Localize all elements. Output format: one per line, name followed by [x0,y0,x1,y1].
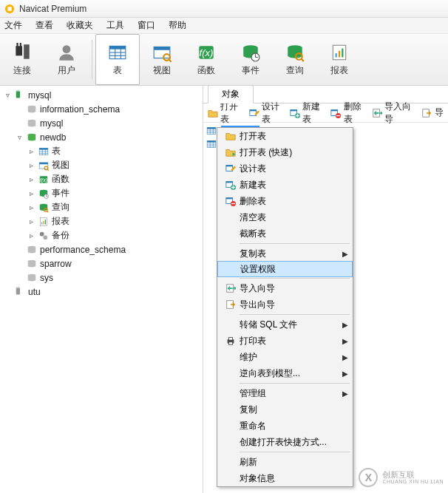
svg-line-16 [169,59,172,61]
ctx-item-25[interactable]: 对象信息 [217,470,353,486]
ctx-item-1[interactable]: 打开表 (快速) [217,144,353,160]
tree-node-1[interactable]: information_schema [0,102,203,116]
tree-node-9[interactable]: ▹ 报表 [0,214,203,228]
ctx-label: 截断表 [240,228,266,240]
menu-4[interactable]: 窗口 [138,19,155,32]
svg-rect-95 [226,182,233,183]
tree-node-2[interactable]: mysql [0,116,203,130]
ctx-separator [240,314,350,315]
ctx-item-14[interactable]: 转储 SQL 文件 ▶ [217,316,353,333]
ctx-item-21[interactable]: 重命名 [217,418,353,434]
tree-node-6[interactable]: ▹ f(x) 函数 [0,172,203,186]
ctx-label: 转储 SQL 文件 [240,319,297,331]
tree-node-7[interactable]: ▹ 事件 [0,186,203,200]
svg-rect-32 [18,90,19,92]
menu-5[interactable]: 帮助 [169,19,186,32]
ab-delete-table[interactable]: 删除表 [330,101,367,126]
ctx-item-17[interactable]: 逆向表到模型... ▶ [217,365,353,381]
ctx-item-19[interactable]: 管理组 ▶ [217,385,353,401]
tree-node-3[interactable]: ▿ newdb [0,130,203,144]
event-icon [38,188,50,199]
twisty-icon[interactable]: ▹ [27,161,35,170]
ctx-item-0[interactable]: 打开表 [217,128,353,144]
ab-design-table[interactable]: 设计表 [248,101,285,126]
twisty-icon[interactable]: ▿ [15,133,24,142]
ab-open-table[interactable]: 打开表 [208,101,244,126]
ctx-item-4[interactable]: 删除表 [217,193,353,209]
ctx-item-24[interactable]: 刷新 [217,454,353,470]
menu-3[interactable]: 工具 [106,19,124,32]
ctx-item-16[interactable]: 维护 ▶ [217,349,353,365]
ctx-item-12[interactable]: 导出向导 [217,296,353,313]
ctx-item-20[interactable]: 复制 [217,401,353,418]
tree-node-5[interactable]: ▹ 视图 [0,158,203,172]
ctx-label: 新建表 [240,179,266,191]
toolbar-table[interactable]: 表 [95,34,140,85]
twisty-icon[interactable]: ▹ [27,231,35,240]
ab-label: 新建表 [302,101,326,126]
tree-node-14[interactable]: utu [0,285,203,299]
tree-node-4[interactable]: ▹ 表 [0,144,203,158]
ctx-item-8[interactable]: 复制表 ▶ [217,245,353,262]
ctx-item-9[interactable]: 设置权限 [217,261,353,277]
ctx-item-3[interactable]: 新建表 [217,177,353,193]
ctx-label: 刷新 [240,456,257,469]
toolbar-view[interactable]: 视图 [140,34,184,85]
twisty-icon[interactable] [15,105,24,114]
twisty-icon[interactable] [15,119,24,128]
toolbar-query[interactable]: 查询 [273,34,317,85]
tree-label: sparrow [40,259,72,269]
ctx-item-11[interactable]: 导入向导 [217,280,353,296]
blank-icon [222,211,240,223]
ab-import[interactable]: 导入向导 [372,101,416,126]
twisty-icon[interactable]: ▿ [3,91,12,100]
toolbar-event[interactable]: 事件 [228,34,273,85]
toolbar-user[interactable]: 用户 [44,34,89,85]
tree-node-12[interactable]: sparrow [0,256,203,271]
ctx-item-5[interactable]: 清空表 [217,209,353,225]
toolbar-function[interactable]: f(x) 函数 [184,34,228,85]
ab-label: 设计表 [262,101,285,126]
twisty-icon[interactable] [3,288,12,296]
menu-0[interactable]: 文件 [4,19,22,32]
tree-node-8[interactable]: ▹ 查询 [0,200,203,214]
ctx-item-2[interactable]: 设计表 [217,160,353,177]
ctx-item-6[interactable]: 截断表 [217,225,353,242]
watermark-sub: CHUANG XIN HU LIAN [382,479,444,485]
menu-2[interactable]: 收藏夹 [67,19,93,32]
context-menu[interactable]: 打开表 打开表 (快速) 设计表 新建表 删除表 清空表 截断表 复制表 ▶ 设… [217,127,353,487]
twisty-icon[interactable]: ▹ [27,175,35,184]
ctx-label: 逆向表到模型... [240,367,300,380]
ctx-item-15[interactable]: 打印表 ▶ [217,333,353,349]
tree-node-13[interactable]: sys [0,271,203,285]
open-icon [222,130,240,142]
twisty-icon[interactable] [15,273,24,282]
tree-node-11[interactable]: performance_schema [0,242,203,256]
tree-node-10[interactable]: ▹ 备份 [0,228,203,242]
ab-new-table[interactable]: 新建表 [290,101,326,126]
twisty-icon[interactable]: ▹ [27,189,35,198]
app-logo-icon [4,4,15,14]
toolbar-separator [92,40,92,79]
twisty-icon[interactable] [15,259,24,268]
menu-1[interactable]: 查看 [35,19,53,32]
tree-node-0[interactable]: ▿ mysql [0,88,203,102]
tab-objects[interactable]: 对象 [208,85,254,103]
svg-line-54 [47,211,49,212]
svg-rect-1 [7,7,11,10]
twisty-icon[interactable]: ▹ [27,203,35,212]
backup-icon [38,231,50,241]
connection-tree[interactable]: ▿ mysql information_schema mysql ▿ newdb… [0,86,203,493]
ctx-item-22[interactable]: 创建打开表快捷方式... [217,434,353,450]
chevron-right-icon: ▶ [342,250,348,258]
blank-icon [222,387,240,399]
tree-label: mysql [40,118,63,129]
twisty-icon[interactable] [15,245,24,254]
twisty-icon[interactable]: ▹ [27,147,35,156]
toolbar-report[interactable]: 报表 [317,34,362,85]
object-action-bar: 打开表 设计表 新建表 删除表 导入向导 导 [203,103,448,123]
ab-export[interactable]: 导 [421,106,444,119]
svg-rect-57 [43,220,44,224]
twisty-icon[interactable]: ▹ [27,217,35,226]
toolbar-connect[interactable]: 连接 [0,34,44,85]
